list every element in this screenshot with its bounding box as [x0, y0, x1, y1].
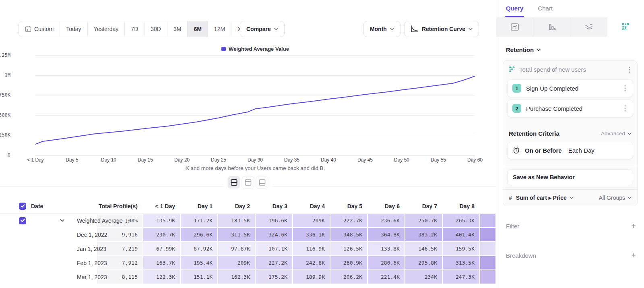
retention-value-cell[interactable]: 230.7K: [143, 228, 180, 242]
range-30d[interactable]: 30D: [144, 21, 167, 37]
retention-value-cell[interactable]: 206.2K: [330, 270, 367, 284]
retention-value-cell[interactable]: 126.5K: [330, 242, 367, 256]
x-tick-label: Day 60: [467, 157, 483, 163]
row-label-cell[interactable]: Jan 1, 2023: [0, 242, 97, 256]
retention-value-cell[interactable]: 107.1K: [255, 242, 293, 256]
retention-line-chart[interactable]: 0250K500K750K1M1.25M: [35, 55, 475, 155]
retention-value-cell[interactable]: 265.3K: [442, 213, 480, 228]
retention-value-cell[interactable]: 116.9K: [293, 242, 330, 256]
retention-value-cell[interactable]: 324.6K: [255, 228, 293, 242]
chevron-down-icon[interactable]: [60, 219, 64, 222]
retention-value-cell[interactable]: 67.99K: [143, 242, 180, 256]
retention-value-cell[interactable]: 133.8K: [367, 242, 405, 256]
retention-value-cell[interactable]: 364.8K: [367, 228, 405, 242]
range-7d[interactable]: 7D: [125, 21, 144, 37]
retention-value-cell[interactable]: 171.2K: [180, 213, 218, 228]
retention-value-cell[interactable]: 227.2K: [255, 256, 293, 270]
retention-value-cell[interactable]: 175.2K: [255, 270, 293, 284]
retention-value-cell[interactable]: 209K: [218, 256, 255, 270]
retention-value-cell[interactable]: 250.7K: [405, 213, 442, 228]
retention-icon[interactable]: [607, 17, 644, 37]
row-label-cell[interactable]: Dec 1, 2022: [0, 228, 97, 242]
event-step-2[interactable]: 2Purchase Completed: [507, 99, 633, 117]
retention-value-cell[interactable]: 296.6K: [180, 228, 218, 242]
retention-value-cell[interactable]: 221.4K: [367, 270, 405, 284]
retention-value-cell[interactable]: 401.4K: [442, 228, 480, 242]
insights-icon[interactable]: [496, 17, 533, 37]
y-tick-label: 1.25M: [0, 52, 10, 58]
retention-value-cell[interactable]: 163.7K: [143, 256, 180, 270]
range-yesterday[interactable]: Yesterday: [88, 21, 125, 37]
retention-value-cell[interactable]: 135.9K: [143, 213, 180, 228]
criteria-card[interactable]: On or Before Each Day: [507, 142, 633, 159]
retention-value-cell[interactable]: 189.9K: [293, 270, 330, 284]
retention-value-cell[interactable]: 295.8K: [405, 256, 442, 270]
chart-type-button[interactable]: Retention Curve: [404, 21, 479, 37]
retention-value-cell[interactable]: 313.5K: [442, 256, 480, 270]
x-tick-label: Day 15: [138, 157, 153, 163]
retention-value-cell[interactable]: 236.6K: [367, 213, 405, 228]
range-custom[interactable]: Custom: [19, 21, 60, 37]
x-axis-labels: < 1 DayDay 5Day 10Day 15Day 20Day 25Day …: [35, 157, 475, 164]
granularity-button[interactable]: Month: [363, 21, 400, 37]
range-12m[interactable]: 12M: [208, 21, 231, 37]
retention-value-cell[interactable]: 209K: [293, 213, 330, 228]
retention-value-cell[interactable]: 383.2K: [405, 228, 442, 242]
range-today[interactable]: Today: [60, 21, 87, 37]
layout-toggle-footer-band[interactable]: [256, 176, 268, 189]
range-6m[interactable]: 6M: [188, 21, 208, 37]
retention-value-cell[interactable]: 234K: [405, 270, 442, 284]
select-all-checkbox[interactable]: [19, 203, 26, 210]
row-label-cell[interactable]: Weighted Average ...: [0, 213, 97, 228]
flows-icon[interactable]: [570, 17, 607, 37]
retention-value-cell[interactable]: 97.87K: [218, 242, 255, 256]
retention-value-cell[interactable]: 159.5K: [442, 242, 480, 256]
layout-toggle-header-band[interactable]: [242, 176, 254, 189]
funnels-icon[interactable]: [533, 17, 570, 37]
cutoff-cell: [480, 228, 496, 242]
advanced-dropdown[interactable]: Advanced: [601, 131, 632, 137]
layout-toggle-split-rows[interactable]: [228, 176, 240, 189]
add-breakdown-button[interactable]: +: [631, 251, 636, 260]
tab-query[interactable]: Query: [506, 5, 523, 17]
row-label-cell[interactable]: Mar 1, 2023: [0, 270, 97, 284]
retention-value-cell[interactable]: 222.7K: [330, 213, 367, 228]
compare-button[interactable]: Compare: [240, 21, 285, 37]
retention-value-cell[interactable]: 162.3K: [218, 270, 255, 284]
retention-value-cell[interactable]: 348.5K: [330, 228, 367, 242]
retention-value-cell[interactable]: 311.5K: [218, 228, 255, 242]
behavior-group-header[interactable]: Total spend of new users: [503, 61, 637, 77]
retention-value-cell[interactable]: 195.4K: [180, 256, 218, 270]
retention-value-cell[interactable]: 87.92K: [180, 242, 218, 256]
retention-value-cell[interactable]: 280.6K: [367, 256, 405, 270]
chevron-down-icon: [390, 28, 394, 30]
add-filter-button[interactable]: +: [631, 222, 636, 231]
tab-chart[interactable]: Chart: [538, 5, 553, 17]
retention-value-cell[interactable]: 196.6K: [255, 213, 293, 228]
report-type-switcher: [496, 17, 644, 37]
retention-section-header[interactable]: Retention: [496, 37, 644, 59]
range-3m[interactable]: 3M: [167, 21, 188, 37]
retention-value-cell[interactable]: 247.3K: [442, 270, 480, 284]
row-checkbox[interactable]: [19, 217, 26, 224]
retention-value-cell[interactable]: 336.1K: [293, 228, 330, 242]
event-list: 1Sign Up Completed2Purchase Completed: [503, 79, 637, 117]
retention-value-cell[interactable]: 183.5K: [218, 213, 255, 228]
retention-value-cell[interactable]: 146.5K: [405, 242, 442, 256]
retention-value-cell[interactable]: 260.9K: [330, 256, 367, 270]
kebab-menu-icon[interactable]: [622, 105, 628, 112]
save-behavior-button[interactable]: Save as New Behavior: [507, 169, 633, 185]
column-header: Day 4: [293, 199, 330, 213]
retention-value-cell[interactable]: 151.1K: [180, 270, 218, 284]
event-step-1[interactable]: 1Sign Up Completed: [507, 79, 633, 97]
measure-dropdown[interactable]: Sum of cart ▸ Price: [516, 195, 574, 201]
all-groups-label: All Groups: [599, 195, 625, 201]
cutoff-cell: [480, 270, 496, 284]
retention-value-cell[interactable]: 122.3K: [143, 270, 180, 284]
kebab-menu-icon[interactable]: [622, 85, 628, 91]
kebab-menu-icon[interactable]: [627, 66, 632, 73]
row-label: Feb 1, 2023: [77, 260, 107, 266]
row-label-cell[interactable]: Feb 1, 2023: [0, 256, 97, 270]
retention-value-cell[interactable]: 242.8K: [293, 256, 330, 270]
all-groups-dropdown[interactable]: All Groups: [599, 195, 632, 201]
